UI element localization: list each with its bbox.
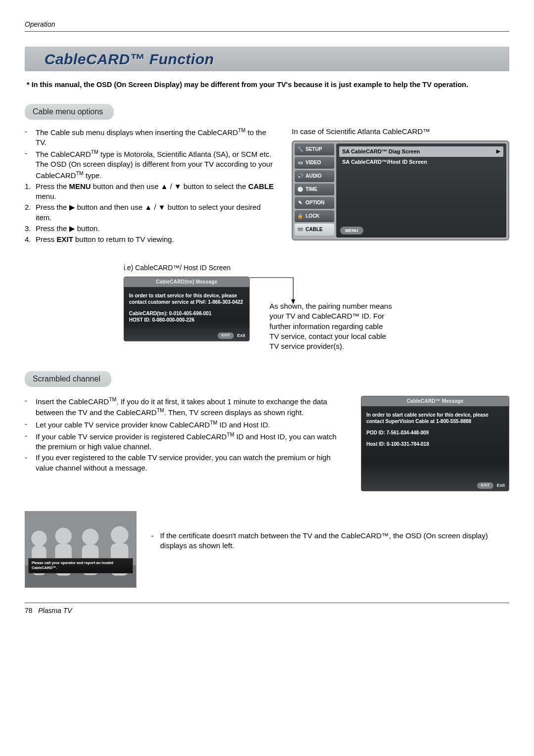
tab-time[interactable]: 🕒TIME <box>295 184 334 195</box>
sa-caption: In case of Scientific Atlanta CableCARD™ <box>292 127 509 137</box>
page-title-bar: CableCARD™ Function <box>25 47 509 72</box>
clock-icon: 🕒 <box>297 186 304 193</box>
menu-button[interactable]: MENU <box>340 227 363 235</box>
divider-top <box>25 31 509 32</box>
tab-lock[interactable]: 🔒LOCK <box>295 210 334 222</box>
people-illustration-icon <box>25 512 136 587</box>
divider-bottom <box>25 603 509 603</box>
tab-video[interactable]: ▭VIDEO <box>295 157 334 169</box>
osd-hostid: CableCARD(tm) Message In order to start … <box>124 277 250 341</box>
osd-pod-id: POD ID: 7-561-034-448-009 <box>366 429 504 436</box>
svg-point-4 <box>55 527 72 544</box>
tab-cable[interactable]: ➿CABLE <box>295 224 334 236</box>
menu-item-diag[interactable]: SA CableCARD™ Diag Screen ▶ <box>339 146 503 157</box>
tab-setup[interactable]: 🔧SETUP <box>295 143 334 155</box>
screen-icon: ▭ <box>297 159 304 166</box>
osd-host-id: HOST ID: 0-080-000-000-226 <box>129 317 244 323</box>
section-heading-cable-menu: Cable menu options <box>25 104 114 120</box>
osd-host-id-2: Host ID: 0-100-331-784-018 <box>366 441 504 447</box>
exit-button[interactable]: EXIT <box>218 332 234 339</box>
wrench-icon: 🔧 <box>297 146 304 153</box>
page-title: CableCARD™ Function <box>44 49 504 70</box>
tv-screenshot-invalid: Please call your operator and report an … <box>25 511 136 588</box>
pencil-icon: ✎ <box>297 199 304 206</box>
product-name: Plasma TV <box>38 607 72 614</box>
osd-scrambled: CableCARD™ Message In order to start cab… <box>361 396 509 491</box>
exit-button-2[interactable]: EXIT <box>477 482 494 489</box>
page-footer: 78 Plasma TV <box>25 606 509 615</box>
svg-point-8 <box>111 526 129 544</box>
running-head: Operation <box>25 20 509 29</box>
play-icon: ▶ <box>496 148 500 155</box>
menu-item-hostid[interactable]: SA CableCARD™/Host ID Screen <box>339 157 503 167</box>
disclaimer-note: * In this manual, the OSD (On Screen Dis… <box>25 80 509 90</box>
invalid-cablecard-note: -If the certificate doesn't match betwee… <box>151 531 509 551</box>
osd-hostid-header: CableCARD(tm) Message <box>124 277 249 287</box>
exit-label: Exit <box>237 332 245 338</box>
osd-scrambled-header: CableCARD™ Message <box>361 396 509 407</box>
invalid-cablecard-banner: Please call your operator and report an … <box>28 558 133 573</box>
osd-scrambled-msg: In order to start cable service for this… <box>366 412 504 425</box>
pairing-description: As shown, the pairing number means your … <box>269 301 393 351</box>
tv-menu-tabs: 🔧SETUP ▭VIDEO 🔊AUDIO 🕒TIME ✎OPTION 🔒LOCK… <box>295 143 334 237</box>
page-number: 78 <box>25 607 33 614</box>
svg-point-2 <box>31 530 47 546</box>
section-heading-scrambled: Scrambled channel <box>25 371 111 387</box>
svg-point-6 <box>82 528 99 545</box>
hostid-caption: i.e) CableCARD™/ Host ID Screen <box>124 263 509 273</box>
exit-label-2: Exit <box>496 482 505 488</box>
cable-menu-instructions: -The Cable sub menu displays when insert… <box>25 127 277 246</box>
tv-menu-content: SA CableCARD™ Diag Screen ▶ SA CableCARD… <box>336 143 506 237</box>
tab-audio[interactable]: 🔊AUDIO <box>295 170 334 182</box>
lock-icon: 🔒 <box>297 213 304 220</box>
osd-cablecard-id: CableCARD(tm): 0-010-405-698-001 <box>129 310 244 317</box>
speaker-icon: 🔊 <box>297 173 304 180</box>
osd-hostid-msg: In order to start service for this devic… <box>129 292 244 305</box>
scrambled-instructions: -Insert the CableCARDTM. If you do it at… <box>25 396 346 474</box>
tab-option[interactable]: ✎OPTION <box>295 197 334 209</box>
cable-icon: ➿ <box>297 226 304 233</box>
tv-menu-mock: 🔧SETUP ▭VIDEO 🔊AUDIO 🕒TIME ✎OPTION 🔒LOCK… <box>292 141 509 240</box>
